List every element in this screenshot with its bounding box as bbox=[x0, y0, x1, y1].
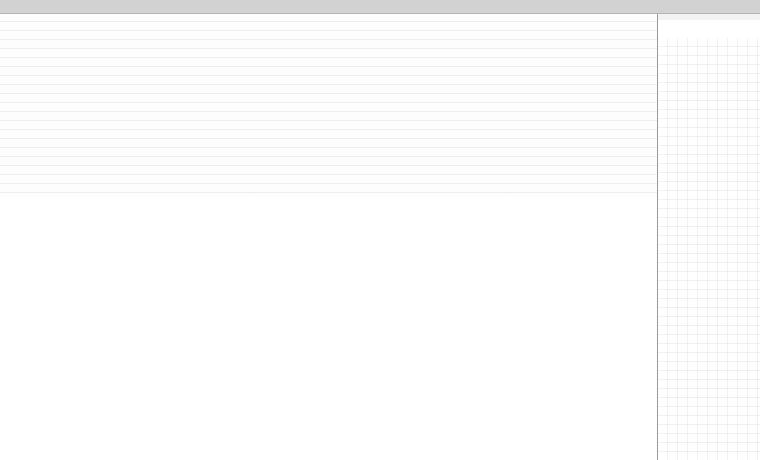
log-tracks-canvas[interactable] bbox=[0, 13, 657, 197]
gr-header-blue[interactable] bbox=[658, 20, 760, 29]
type-log-canvas bbox=[658, 38, 760, 460]
type-log-body[interactable] bbox=[658, 38, 760, 460]
vs-ruler[interactable] bbox=[0, 0, 760, 14]
seismic-section-canvas[interactable] bbox=[0, 197, 657, 460]
geosteering-app bbox=[0, 0, 760, 460]
type-log-panel[interactable] bbox=[657, 14, 760, 460]
gr-header-black[interactable] bbox=[658, 29, 760, 38]
